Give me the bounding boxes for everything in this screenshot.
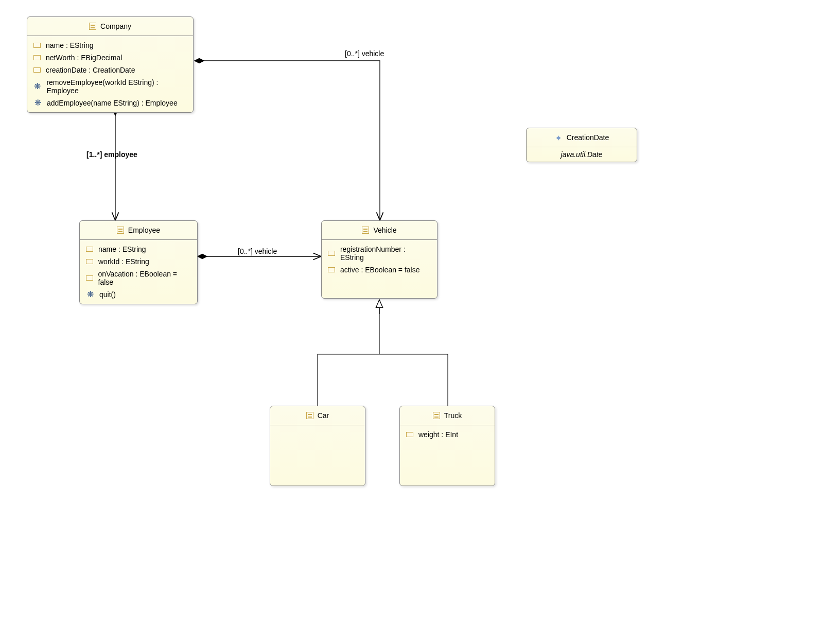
class-header: CreationDate: [527, 128, 637, 147]
attr-text: workId : EString: [98, 257, 149, 266]
attr-row[interactable]: netWorth : EBigDecimal: [27, 51, 193, 64]
class-company[interactable]: Company name : EString netWorth : EBigDe…: [27, 16, 194, 113]
attr-icon: [406, 432, 413, 437]
attr-icon: [86, 247, 93, 252]
attr-text: onVacation : EBoolean = false: [98, 270, 191, 286]
class-name: Employee: [128, 226, 160, 234]
attr-icon: [328, 251, 335, 256]
class-body: name : EString netWorth : EBigDecimal cr…: [27, 36, 193, 112]
class-header: Vehicle: [322, 221, 437, 240]
class-car[interactable]: Car: [270, 406, 365, 486]
class-name: Truck: [444, 411, 462, 420]
op-row[interactable]: addEmployee(name EString) : Employee: [27, 97, 193, 109]
attr-text: weight : EInt: [418, 430, 458, 439]
class-icon: [433, 412, 440, 419]
attr-icon: [33, 43, 41, 48]
datatype-icon: [554, 133, 563, 142]
rel-company-vehicle: [195, 61, 380, 220]
class-body: registrationNumber : EString active : EB…: [322, 240, 437, 279]
class-body: [270, 425, 365, 431]
attr-row[interactable]: onVacation : EBoolean = false: [80, 268, 197, 288]
label-company-employee: [1..*] employee: [86, 150, 137, 159]
class-name: Car: [318, 411, 329, 420]
class-header: Company: [27, 17, 193, 36]
op-row[interactable]: removeEmployee(workId EString) : Employe…: [27, 76, 193, 97]
attr-icon: [86, 275, 93, 281]
class-header: Car: [270, 406, 365, 425]
class-name: Vehicle: [373, 226, 396, 234]
attr-row[interactable]: name : EString: [27, 39, 193, 51]
label-company-vehicle: [0..*] vehicle: [345, 49, 384, 58]
class-icon: [117, 227, 124, 234]
op-text: addEmployee(name EString) : Employee: [47, 99, 178, 107]
uml-diagram: Company name : EString netWorth : EBigDe…: [0, 0, 840, 623]
attr-icon: [328, 267, 335, 272]
attr-row[interactable]: creationDate : CreationDate: [27, 64, 193, 76]
rel-inherit-tree: [318, 300, 448, 406]
class-icon: [89, 23, 96, 30]
op-row[interactable]: quit(): [80, 288, 197, 301]
class-body: name : EString workId : EString onVacati…: [80, 240, 197, 304]
attr-text: active : EBoolean = false: [340, 266, 420, 274]
operation-icon: [33, 99, 42, 107]
datatype-creationdate[interactable]: CreationDate java.util.Date: [526, 128, 637, 162]
class-body: weight : EInt: [400, 425, 495, 444]
class-vehicle[interactable]: Vehicle registrationNumber : EString act…: [321, 220, 437, 299]
label-employee-vehicle: [0..*] vehicle: [238, 247, 277, 255]
attr-row[interactable]: registrationNumber : EString: [322, 243, 437, 264]
class-header: Truck: [400, 406, 495, 425]
operation-icon: [33, 82, 41, 91]
class-name: CreationDate: [567, 133, 609, 142]
op-text: removeEmployee(workId EString) : Employe…: [46, 78, 187, 95]
attr-text: name : EString: [98, 245, 146, 253]
attr-text: creationDate : CreationDate: [46, 66, 135, 74]
class-truck[interactable]: Truck weight : EInt: [399, 406, 495, 486]
attr-icon: [33, 55, 41, 60]
attr-row[interactable]: weight : EInt: [400, 428, 495, 441]
attr-row[interactable]: name : EString: [80, 243, 197, 255]
operation-icon: [86, 290, 94, 299]
attr-icon: [33, 67, 41, 73]
class-name: Company: [100, 22, 131, 30]
class-icon: [362, 227, 369, 234]
attr-text: name : EString: [46, 41, 94, 49]
datatype-instance: java.util.Date: [527, 147, 637, 162]
class-employee[interactable]: Employee name : EString workId : EString…: [79, 220, 198, 304]
attr-row[interactable]: workId : EString: [80, 255, 197, 268]
class-icon: [306, 412, 313, 419]
attr-icon: [86, 259, 93, 264]
attr-text: registrationNumber : EString: [340, 245, 431, 262]
op-text: quit(): [99, 290, 116, 299]
attr-text: netWorth : EBigDecimal: [46, 54, 122, 62]
class-header: Employee: [80, 221, 197, 240]
attr-row[interactable]: active : EBoolean = false: [322, 264, 437, 276]
